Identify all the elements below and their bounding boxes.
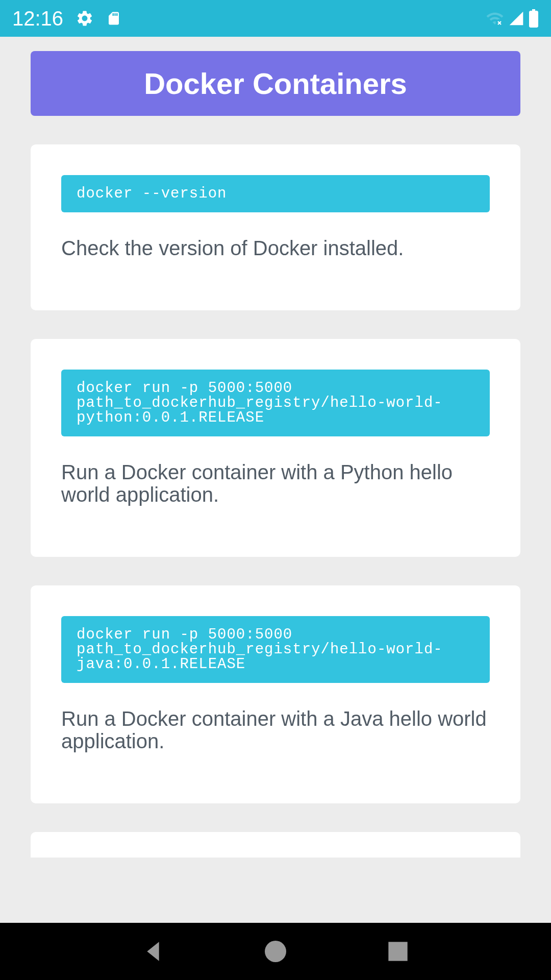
svg-point-1 xyxy=(265,941,286,962)
svg-rect-2 xyxy=(388,942,407,961)
navigation-bar xyxy=(0,923,551,980)
status-left: 12:16 xyxy=(12,7,121,30)
code-block[interactable]: docker run -p 5000:5000 path_to_dockerhu… xyxy=(61,616,490,683)
recent-apps-button[interactable] xyxy=(384,937,412,966)
command-description: Check the version of Docker installed. xyxy=(61,237,490,280)
page-title: Docker Containers xyxy=(41,66,510,101)
command-card: docker --version Check the version of Do… xyxy=(31,144,520,310)
sd-card-icon xyxy=(106,9,121,28)
battery-icon xyxy=(529,9,539,28)
command-description: Run a Docker container with a Python hel… xyxy=(61,461,490,526)
command-card: docker run -p 5000:5000 path_to_dockerhu… xyxy=(31,585,520,803)
home-button[interactable] xyxy=(261,937,290,966)
wifi-off-icon xyxy=(486,9,504,28)
code-block[interactable]: docker run -p 5000:5000 path_to_dockerhu… xyxy=(61,370,490,436)
gear-icon xyxy=(76,9,94,28)
status-time: 12:16 xyxy=(12,7,63,30)
command-card: docker run -p 5000:5000 path_to_dockerhu… xyxy=(31,339,520,557)
code-block[interactable]: docker --version xyxy=(61,175,490,212)
back-button[interactable] xyxy=(139,937,167,966)
content-area[interactable]: Docker Containers docker --version Check… xyxy=(0,37,551,923)
status-right xyxy=(486,9,539,28)
command-description: Run a Docker container with a Java hello… xyxy=(61,707,490,773)
header-banner: Docker Containers xyxy=(31,51,520,116)
signal-icon xyxy=(508,10,524,27)
status-bar: 12:16 xyxy=(0,0,551,37)
command-card-partial xyxy=(31,832,520,857)
